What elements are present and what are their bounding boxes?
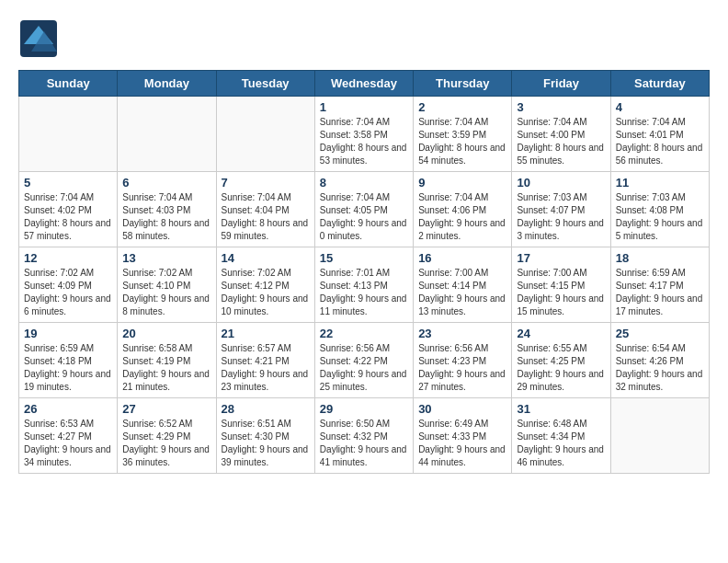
calendar-cell <box>19 97 118 172</box>
day-number: 14 <box>222 251 310 265</box>
day-number: 19 <box>24 327 112 340</box>
day-info: Sunrise: 6:51 AM Sunset: 4:30 PM Dayligh… <box>222 418 310 469</box>
calendar-cell: 13Sunrise: 7:02 AM Sunset: 4:10 PM Dayli… <box>118 247 216 323</box>
logo-icon <box>18 18 55 55</box>
calendar-week-5: 26Sunrise: 6:53 AM Sunset: 4:27 PM Dayli… <box>19 398 710 474</box>
day-info: Sunrise: 7:04 AM Sunset: 4:03 PM Dayligh… <box>122 191 210 243</box>
day-number: 26 <box>24 402 112 416</box>
day-number: 30 <box>418 402 506 416</box>
calendar-cell: 12Sunrise: 7:02 AM Sunset: 4:09 PM Dayli… <box>19 247 118 323</box>
weekday-header-sunday: Sunday <box>19 71 118 97</box>
day-number: 5 <box>24 176 112 190</box>
day-info: Sunrise: 6:57 AM Sunset: 4:21 PM Dayligh… <box>222 342 310 394</box>
day-info: Sunrise: 7:00 AM Sunset: 4:14 PM Dayligh… <box>418 267 506 318</box>
day-number: 15 <box>320 251 408 265</box>
day-number: 8 <box>320 176 408 190</box>
day-number: 23 <box>418 327 506 340</box>
calendar-cell: 4Sunrise: 7:04 AM Sunset: 4:01 PM Daylig… <box>610 97 709 172</box>
day-info: Sunrise: 6:54 AM Sunset: 4:26 PM Dayligh… <box>616 342 704 394</box>
day-number: 25 <box>616 327 704 340</box>
calendar-cell: 1Sunrise: 7:04 AM Sunset: 3:58 PM Daylig… <box>314 97 413 172</box>
day-info: Sunrise: 7:03 AM Sunset: 4:07 PM Dayligh… <box>517 191 605 243</box>
day-info: Sunrise: 7:03 AM Sunset: 4:08 PM Dayligh… <box>616 191 704 243</box>
day-info: Sunrise: 7:04 AM Sunset: 4:00 PM Dayligh… <box>517 116 605 167</box>
day-info: Sunrise: 6:56 AM Sunset: 4:23 PM Dayligh… <box>418 342 506 394</box>
calendar-cell: 20Sunrise: 6:58 AM Sunset: 4:19 PM Dayli… <box>118 323 216 398</box>
calendar-cell: 30Sunrise: 6:49 AM Sunset: 4:33 PM Dayli… <box>414 398 512 474</box>
day-info: Sunrise: 7:02 AM Sunset: 4:12 PM Dayligh… <box>222 267 310 318</box>
day-number: 12 <box>24 251 112 265</box>
calendar-cell: 28Sunrise: 6:51 AM Sunset: 4:30 PM Dayli… <box>216 398 314 474</box>
day-number: 6 <box>122 176 210 190</box>
day-number: 21 <box>222 327 310 340</box>
day-number: 18 <box>616 251 704 265</box>
day-number: 27 <box>122 402 210 416</box>
day-info: Sunrise: 7:01 AM Sunset: 4:13 PM Dayligh… <box>320 267 408 318</box>
calendar-cell: 7Sunrise: 7:04 AM Sunset: 4:04 PM Daylig… <box>216 172 314 247</box>
day-info: Sunrise: 7:04 AM Sunset: 4:05 PM Dayligh… <box>320 191 408 243</box>
weekday-header-tuesday: Tuesday <box>216 71 314 97</box>
day-info: Sunrise: 6:55 AM Sunset: 4:25 PM Dayligh… <box>517 342 605 394</box>
calendar-week-4: 19Sunrise: 6:59 AM Sunset: 4:18 PM Dayli… <box>19 323 710 398</box>
day-info: Sunrise: 6:49 AM Sunset: 4:33 PM Dayligh… <box>418 418 506 469</box>
calendar-cell: 16Sunrise: 7:00 AM Sunset: 4:14 PM Dayli… <box>414 247 512 323</box>
calendar-cell <box>118 97 216 172</box>
calendar-table: SundayMondayTuesdayWednesdayThursdayFrid… <box>18 70 710 474</box>
day-info: Sunrise: 6:48 AM Sunset: 4:34 PM Dayligh… <box>517 418 605 469</box>
calendar-cell: 31Sunrise: 6:48 AM Sunset: 4:34 PM Dayli… <box>512 398 610 474</box>
day-number: 4 <box>616 100 704 114</box>
day-info: Sunrise: 6:59 AM Sunset: 4:17 PM Dayligh… <box>616 267 704 318</box>
weekday-header-friday: Friday <box>512 71 610 97</box>
day-info: Sunrise: 7:04 AM Sunset: 3:58 PM Dayligh… <box>320 116 408 167</box>
calendar-cell: 29Sunrise: 6:50 AM Sunset: 4:32 PM Dayli… <box>314 398 413 474</box>
calendar-cell: 27Sunrise: 6:52 AM Sunset: 4:29 PM Dayli… <box>118 398 216 474</box>
calendar-cell: 22Sunrise: 6:56 AM Sunset: 4:22 PM Dayli… <box>314 323 413 398</box>
calendar-week-1: 1Sunrise: 7:04 AM Sunset: 3:58 PM Daylig… <box>19 97 710 172</box>
day-info: Sunrise: 7:04 AM Sunset: 4:02 PM Dayligh… <box>24 191 112 243</box>
day-info: Sunrise: 7:02 AM Sunset: 4:09 PM Dayligh… <box>24 267 112 318</box>
day-number: 16 <box>418 251 506 265</box>
day-number: 11 <box>616 176 704 190</box>
page-header <box>18 18 710 55</box>
day-info: Sunrise: 7:04 AM Sunset: 4:06 PM Dayligh… <box>418 191 506 243</box>
weekday-header-monday: Monday <box>118 71 216 97</box>
day-info: Sunrise: 7:04 AM Sunset: 4:01 PM Dayligh… <box>616 116 704 167</box>
calendar-cell: 26Sunrise: 6:53 AM Sunset: 4:27 PM Dayli… <box>19 398 118 474</box>
calendar-cell: 2Sunrise: 7:04 AM Sunset: 3:59 PM Daylig… <box>414 97 512 172</box>
calendar-header: SundayMondayTuesdayWednesdayThursdayFrid… <box>19 71 710 97</box>
logo <box>18 18 59 55</box>
calendar-cell: 15Sunrise: 7:01 AM Sunset: 4:13 PM Dayli… <box>314 247 413 323</box>
calendar-cell: 10Sunrise: 7:03 AM Sunset: 4:07 PM Dayli… <box>512 172 610 247</box>
day-number: 22 <box>320 327 408 340</box>
day-number: 17 <box>517 251 605 265</box>
day-number: 7 <box>222 176 310 190</box>
calendar-cell <box>610 398 709 474</box>
calendar-cell: 3Sunrise: 7:04 AM Sunset: 4:00 PM Daylig… <box>512 97 610 172</box>
calendar-cell: 9Sunrise: 7:04 AM Sunset: 4:06 PM Daylig… <box>414 172 512 247</box>
calendar-cell: 21Sunrise: 6:57 AM Sunset: 4:21 PM Dayli… <box>216 323 314 398</box>
calendar-cell: 23Sunrise: 6:56 AM Sunset: 4:23 PM Dayli… <box>414 323 512 398</box>
day-number: 10 <box>517 176 605 190</box>
day-number: 29 <box>320 402 408 416</box>
day-number: 28 <box>222 402 310 416</box>
day-info: Sunrise: 7:04 AM Sunset: 3:59 PM Dayligh… <box>418 116 506 167</box>
day-info: Sunrise: 7:04 AM Sunset: 4:04 PM Dayligh… <box>222 191 310 243</box>
day-info: Sunrise: 6:58 AM Sunset: 4:19 PM Dayligh… <box>122 342 210 394</box>
day-number: 24 <box>517 327 605 340</box>
day-info: Sunrise: 7:00 AM Sunset: 4:15 PM Dayligh… <box>517 267 605 318</box>
day-number: 2 <box>418 100 506 114</box>
day-number: 3 <box>517 100 605 114</box>
day-number: 13 <box>122 251 210 265</box>
calendar-week-2: 5Sunrise: 7:04 AM Sunset: 4:02 PM Daylig… <box>19 172 710 247</box>
day-number: 20 <box>122 327 210 340</box>
calendar-cell: 25Sunrise: 6:54 AM Sunset: 4:26 PM Dayli… <box>610 323 709 398</box>
calendar-cell: 19Sunrise: 6:59 AM Sunset: 4:18 PM Dayli… <box>19 323 118 398</box>
day-number: 1 <box>320 100 408 114</box>
day-info: Sunrise: 6:50 AM Sunset: 4:32 PM Dayligh… <box>320 418 408 469</box>
day-info: Sunrise: 6:59 AM Sunset: 4:18 PM Dayligh… <box>24 342 112 394</box>
weekday-header-thursday: Thursday <box>414 71 512 97</box>
day-info: Sunrise: 6:52 AM Sunset: 4:29 PM Dayligh… <box>122 418 210 469</box>
calendar-cell: 14Sunrise: 7:02 AM Sunset: 4:12 PM Dayli… <box>216 247 314 323</box>
day-number: 31 <box>517 402 605 416</box>
calendar-cell: 11Sunrise: 7:03 AM Sunset: 4:08 PM Dayli… <box>610 172 709 247</box>
